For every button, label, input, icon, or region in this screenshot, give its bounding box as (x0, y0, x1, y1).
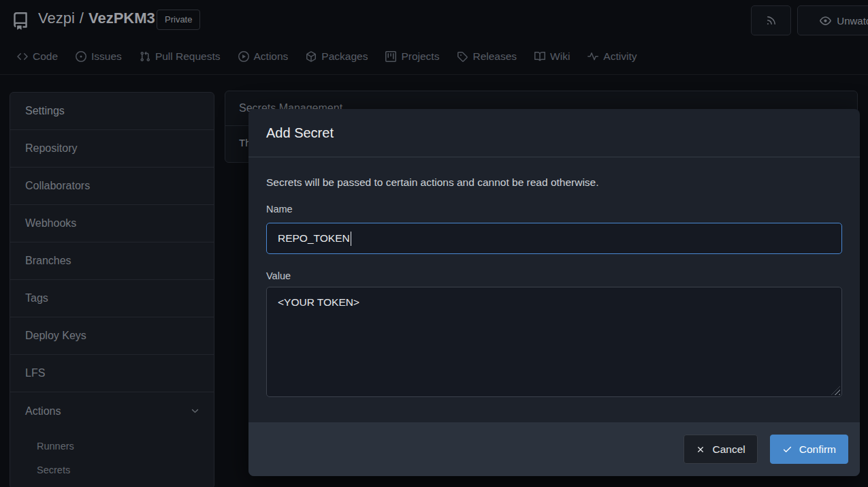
repo-nav: Code Issues Pull Requests Actions Packag… (0, 38, 868, 75)
tab-label: Packages (321, 50, 368, 63)
text-cursor (351, 232, 352, 246)
settings-sidebar: Settings Repository Collaborators Webhoo… (10, 92, 214, 487)
play-circle-icon (238, 51, 249, 62)
repo-title: Vezpi/VezPKM3 (38, 10, 155, 27)
rss-button[interactable] (751, 5, 791, 35)
chevron-down-icon (190, 406, 200, 416)
value-label: Value (266, 270, 842, 281)
modal-footer: Cancel Confirm (248, 422, 860, 476)
confirm-button[interactable]: Confirm (770, 435, 848, 464)
sidebar-item-runners[interactable]: Runners (10, 434, 214, 458)
sidebar-item-branches[interactable]: Branches (10, 242, 214, 280)
project-board-icon (385, 51, 396, 62)
repo-header: Vezpi/VezPKM3 Private Unwatch (0, 0, 868, 38)
name-label: Name (266, 204, 842, 215)
pulse-icon (588, 51, 598, 62)
tab-label: Projects (401, 50, 439, 63)
sidebar-item-actions[interactable]: Actions (10, 392, 214, 430)
tab-label: Activity (603, 50, 637, 63)
resize-handle[interactable] (831, 386, 840, 395)
check-icon (782, 444, 792, 454)
cancel-button[interactable]: Cancel (684, 435, 757, 464)
tab-label: Wiki (550, 50, 570, 63)
modal-header: Add Secret (248, 109, 860, 157)
package-icon (306, 51, 317, 62)
modal-body: Secrets will be passed to certain action… (248, 174, 860, 397)
repo-icon (12, 12, 29, 30)
repo-owner-link[interactable]: Vezpi (38, 10, 75, 27)
sidebar-item-collaborators[interactable]: Collaborators (10, 168, 214, 205)
secret-name-value: REPO_TOKEN (278, 232, 350, 245)
secret-value-text: <YOUR TOKEN> (278, 296, 359, 308)
tab-label: Issues (91, 50, 122, 63)
sidebar-item-settings[interactable]: Settings (10, 93, 214, 130)
code-icon (17, 51, 28, 62)
x-icon (696, 445, 705, 454)
tab-activity[interactable]: Activity (579, 43, 645, 70)
unwatch-label: Unwatch (837, 15, 868, 27)
book-open-icon (534, 51, 545, 62)
tab-issues[interactable]: Issues (67, 43, 131, 70)
secret-name-input[interactable]: REPO_TOKEN (266, 223, 842, 254)
tab-label: Pull Requests (155, 50, 221, 63)
tab-code[interactable]: Code (8, 43, 67, 70)
header-actions: Unwatch (751, 5, 868, 35)
tab-pull-requests[interactable]: Pull Requests (131, 43, 229, 70)
repo-title-separator: / (80, 10, 84, 27)
tag-icon (457, 51, 468, 62)
tab-label: Releases (472, 50, 517, 63)
tab-packages[interactable]: Packages (297, 43, 376, 70)
sidebar-item-webhooks[interactable]: Webhooks (10, 205, 214, 242)
sidebar-item-label: Actions (25, 405, 61, 418)
sidebar-item-repository[interactable]: Repository (10, 130, 214, 168)
secret-value-textarea[interactable]: <YOUR TOKEN> (266, 287, 842, 397)
tab-releases[interactable]: Releases (448, 43, 526, 70)
modal-title: Add Secret (266, 125, 334, 141)
repo-name-link[interactable]: VezPKM3 (89, 10, 155, 27)
sidebar-item-tags[interactable]: Tags (10, 280, 214, 317)
sidebar-item-deploy-keys[interactable]: Deploy Keys (10, 317, 214, 355)
sidebar-item-lfs[interactable]: LFS (10, 355, 214, 392)
private-badge: Private (157, 10, 200, 30)
eye-icon (820, 15, 831, 27)
tab-wiki[interactable]: Wiki (526, 43, 579, 70)
issue-opened-icon (76, 51, 86, 62)
add-secret-modal: Add Secret Secrets will be passed to cer… (248, 109, 860, 476)
tab-label: Actions (254, 50, 289, 63)
cancel-label: Cancel (712, 443, 745, 456)
unwatch-button[interactable]: Unwatch (797, 5, 868, 35)
git-pull-request-icon (140, 51, 150, 62)
tab-actions[interactable]: Actions (229, 43, 298, 70)
confirm-label: Confirm (799, 443, 836, 456)
actions-sub-menu: Runners Secrets (10, 430, 214, 487)
tab-label: Code (33, 50, 58, 63)
sidebar-item-secrets[interactable]: Secrets (10, 458, 214, 482)
secret-description: Secrets will be passed to certain action… (266, 174, 842, 190)
rss-icon (766, 15, 777, 26)
tab-projects[interactable]: Projects (376, 43, 448, 70)
